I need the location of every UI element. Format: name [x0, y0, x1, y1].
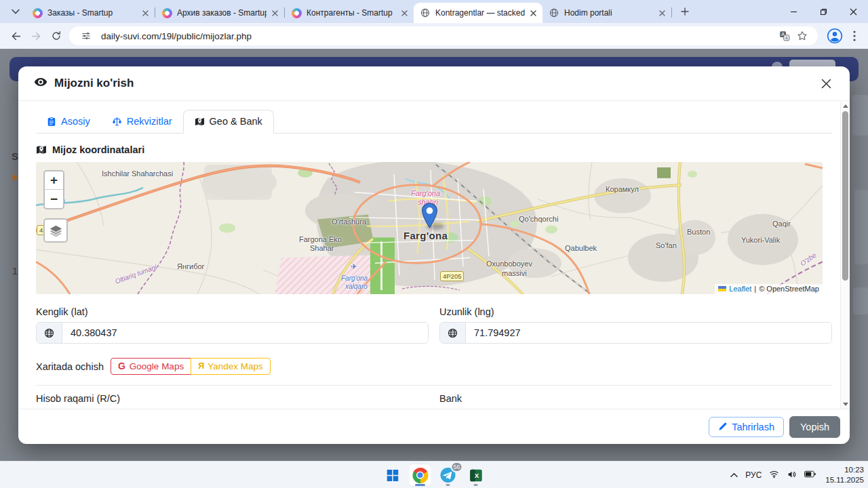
- language-indicator[interactable]: РУС: [745, 470, 762, 480]
- site-info-icon[interactable]: [77, 27, 95, 45]
- map-label: Ishchilar Shaharchasi: [102, 169, 173, 178]
- lng-input[interactable]: [466, 323, 831, 343]
- translate-icon[interactable]: Aa: [776, 27, 793, 45]
- browser-menu-icon[interactable]: [846, 27, 863, 45]
- clock-date: 15.11.2025: [825, 475, 864, 485]
- modal-header: Mijozni ko'rish: [18, 66, 850, 101]
- tab-close-icon[interactable]: [140, 7, 151, 18]
- map-layers-control[interactable]: [43, 218, 68, 243]
- browser-tab-4-active[interactable]: Kontragentlar — stacked moda: [414, 3, 542, 23]
- tab-title: Контрагенты - Smartup: [307, 8, 396, 18]
- osm-link[interactable]: © OpenStreetMap: [759, 285, 819, 293]
- taskbar-excel[interactable]: X: [465, 464, 488, 487]
- map-label: Qabulbek: [565, 244, 597, 252]
- tab-search-chevron-icon[interactable]: [7, 3, 24, 20]
- window-close-button[interactable]: [838, 0, 868, 23]
- background-text: 1: [12, 266, 18, 277]
- svg-text:a: a: [785, 35, 788, 40]
- taskbar-telegram[interactable]: 56: [437, 464, 460, 487]
- map-pin-icon: [195, 117, 205, 127]
- map-marker-icon[interactable]: [421, 203, 438, 231]
- url-text[interactable]: daily-suvi.com/19l/public/mijozlar.php: [101, 31, 776, 41]
- modal-footer: Tahrirlash Yopish: [18, 409, 850, 444]
- tab-close-icon[interactable]: [399, 7, 410, 18]
- tab-close-icon[interactable]: [528, 7, 538, 18]
- yandex-ya-icon: Я: [198, 361, 204, 371]
- new-tab-button[interactable]: [676, 3, 694, 20]
- lat-label: Kenglik (lat): [36, 306, 429, 317]
- windows-taskbar: 56 X РУС 10:23 15.11.2025: [0, 461, 868, 488]
- bookmark-star-icon[interactable]: [793, 27, 811, 45]
- background-dimmed-block: [852, 95, 868, 136]
- tab-title: Hodim portali: [564, 8, 654, 18]
- taskbar-chrome[interactable]: [409, 464, 432, 487]
- address-bar[interactable]: daily-suvi.com/19l/public/mijozlar.php A…: [69, 26, 818, 45]
- map-coordinates-icon: [36, 144, 47, 155]
- map-links-group: G Google Maps Я Yandex Maps: [111, 358, 271, 375]
- browser-tab-1[interactable]: Заказы - Smartup: [26, 3, 155, 23]
- map-label: O'zbe: [799, 251, 817, 268]
- windows-icon: [387, 470, 398, 481]
- section-title: Mijoz koordinatalari: [36, 144, 832, 155]
- view-client-modal: Mijozni ko'rish Asosiy Rekvizitlar Geo &…: [18, 66, 850, 444]
- map-label: massivi: [502, 269, 527, 277]
- start-button[interactable]: [381, 464, 404, 487]
- tray-expand-chevron-icon[interactable]: [730, 470, 738, 480]
- layers-icon: [49, 224, 63, 238]
- background-dimmed-block: [853, 287, 868, 314]
- tab-close-icon[interactable]: [269, 7, 280, 18]
- clipboard-icon: [47, 117, 56, 126]
- browser-tab-5[interactable]: Hodim portali: [542, 3, 671, 23]
- window-restore-button[interactable]: [808, 0, 838, 23]
- volume-icon[interactable]: [787, 470, 797, 481]
- map-label: Qo'chqorchi: [519, 215, 558, 223]
- leaflet-link[interactable]: Leaflet: [729, 285, 751, 293]
- scrollbar-thumb[interactable]: [842, 111, 848, 281]
- yandex-maps-label: Yandex Maps: [208, 361, 263, 371]
- modal-close-icon[interactable]: [816, 73, 836, 94]
- system-tray: РУС 10:23 15.11.2025: [730, 462, 864, 488]
- scales-icon: [112, 117, 122, 127]
- map-label: Farg'ona: [403, 230, 448, 241]
- google-maps-label: Google Maps: [130, 361, 184, 371]
- battery-icon[interactable]: [804, 470, 816, 480]
- leaflet-map[interactable]: Ishchilar ShaharchasiZilxaO'rtashuraFarg…: [36, 162, 823, 294]
- page-backdrop: S 1 Mijozni ko'rish Asosiy Rekvi: [0, 49, 868, 461]
- google-maps-button[interactable]: G Google Maps: [111, 358, 191, 375]
- back-button[interactable]: [5, 26, 26, 46]
- attribution-separator: |: [754, 285, 756, 293]
- map-road-badge: 4P205: [440, 271, 464, 281]
- wifi-icon[interactable]: [769, 470, 779, 481]
- tab-separator: [671, 7, 672, 18]
- tab-close-icon[interactable]: [656, 7, 667, 18]
- edit-button[interactable]: Tahrirlash: [709, 417, 784, 437]
- zoom-in-button[interactable]: +: [45, 171, 63, 190]
- yandex-maps-button[interactable]: Я Yandex Maps: [191, 358, 271, 375]
- window-minimize-button[interactable]: [778, 0, 808, 23]
- taskbar-clock[interactable]: 10:23 15.11.2025: [825, 465, 864, 485]
- modal-tab-geo-bank[interactable]: Geo & Bank: [183, 110, 274, 134]
- modal-tab-asosiy[interactable]: Asosiy: [36, 110, 101, 134]
- map-label: Oltiariq tumani: [114, 263, 157, 285]
- telegram-badge: 56: [450, 462, 462, 472]
- smartup-favicon: [161, 7, 172, 18]
- browser-tab-2[interactable]: Архив заказов - Smartup: [155, 3, 284, 23]
- modal-tab-rekvizitlar[interactable]: Rekvizitlar: [101, 110, 183, 134]
- lat-input[interactable]: [62, 323, 428, 343]
- close-button[interactable]: Yopish: [789, 416, 840, 438]
- forward-button[interactable]: [26, 26, 46, 46]
- scroll-up-arrow[interactable]: [843, 104, 848, 108]
- active-app-indicator: [415, 484, 425, 486]
- reload-button[interactable]: [46, 26, 66, 46]
- running-app-indicator: [474, 484, 478, 486]
- scroll-down-arrow[interactable]: [843, 403, 848, 406]
- lat-input-group: [36, 322, 429, 344]
- section-title-text: Mijoz koordinatalari: [52, 144, 144, 155]
- section-divider: [36, 385, 832, 386]
- browser-tab-3[interactable]: Контрагенты - Smartup: [285, 3, 414, 23]
- zoom-out-button[interactable]: −: [45, 190, 63, 208]
- profile-avatar-icon[interactable]: [826, 27, 844, 45]
- modal-scrollbar[interactable]: [840, 102, 850, 409]
- bank-field-group: Bank: [439, 393, 832, 409]
- browser-tabstrip: Заказы - Smartup Архив заказов - Smartup…: [0, 0, 868, 23]
